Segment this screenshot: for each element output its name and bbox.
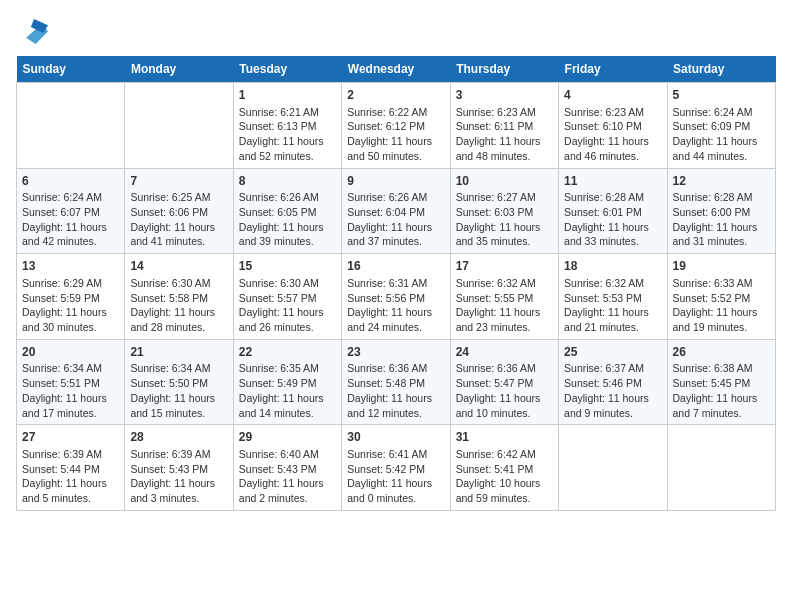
day-number: 28 [130,429,227,446]
sunrise-text: Sunrise: 6:32 AM [456,276,553,291]
sunrise-text: Sunrise: 6:35 AM [239,361,336,376]
main-container: SundayMondayTuesdayWednesdayThursdayFrid… [0,0,792,521]
calendar-cell: 13Sunrise: 6:29 AMSunset: 5:59 PMDayligh… [17,254,125,340]
week-row-1: 1Sunrise: 6:21 AMSunset: 6:13 PMDaylight… [17,83,776,169]
col-header-saturday: Saturday [667,56,775,83]
sunrise-text: Sunrise: 6:30 AM [130,276,227,291]
sunrise-text: Sunrise: 6:38 AM [673,361,770,376]
sunset-text: Sunset: 6:04 PM [347,205,444,220]
day-number: 15 [239,258,336,275]
daylight-text: Daylight: 10 hours and 59 minutes. [456,476,553,505]
sunrise-text: Sunrise: 6:34 AM [22,361,119,376]
day-number: 30 [347,429,444,446]
day-number: 14 [130,258,227,275]
sunset-text: Sunset: 6:13 PM [239,119,336,134]
sunset-text: Sunset: 5:57 PM [239,291,336,306]
daylight-text: Daylight: 11 hours and 41 minutes. [130,220,227,249]
daylight-text: Daylight: 11 hours and 33 minutes. [564,220,661,249]
daylight-text: Daylight: 11 hours and 52 minutes. [239,134,336,163]
sunset-text: Sunset: 5:44 PM [22,462,119,477]
day-number: 24 [456,344,553,361]
calendar-cell: 22Sunrise: 6:35 AMSunset: 5:49 PMDayligh… [233,339,341,425]
sunrise-text: Sunrise: 6:27 AM [456,190,553,205]
sunset-text: Sunset: 6:09 PM [673,119,770,134]
sunset-text: Sunset: 5:52 PM [673,291,770,306]
col-header-tuesday: Tuesday [233,56,341,83]
sunrise-text: Sunrise: 6:39 AM [22,447,119,462]
sunrise-text: Sunrise: 6:32 AM [564,276,661,291]
daylight-text: Daylight: 11 hours and 12 minutes. [347,391,444,420]
sunrise-text: Sunrise: 6:26 AM [347,190,444,205]
sunrise-text: Sunrise: 6:25 AM [130,190,227,205]
daylight-text: Daylight: 11 hours and 0 minutes. [347,476,444,505]
daylight-text: Daylight: 11 hours and 46 minutes. [564,134,661,163]
daylight-text: Daylight: 11 hours and 14 minutes. [239,391,336,420]
sunset-text: Sunset: 5:53 PM [564,291,661,306]
col-header-monday: Monday [125,56,233,83]
sunset-text: Sunset: 5:46 PM [564,376,661,391]
sunrise-text: Sunrise: 6:33 AM [673,276,770,291]
calendar-cell: 27Sunrise: 6:39 AMSunset: 5:44 PMDayligh… [17,425,125,511]
day-number: 4 [564,87,661,104]
col-header-friday: Friday [559,56,667,83]
daylight-text: Daylight: 11 hours and 2 minutes. [239,476,336,505]
daylight-text: Daylight: 11 hours and 39 minutes. [239,220,336,249]
logo [16,16,48,44]
sunset-text: Sunset: 5:45 PM [673,376,770,391]
calendar-cell: 10Sunrise: 6:27 AMSunset: 6:03 PMDayligh… [450,168,558,254]
calendar-cell: 19Sunrise: 6:33 AMSunset: 5:52 PMDayligh… [667,254,775,340]
sunset-text: Sunset: 5:48 PM [347,376,444,391]
day-number: 2 [347,87,444,104]
calendar-cell: 31Sunrise: 6:42 AMSunset: 5:41 PMDayligh… [450,425,558,511]
day-number: 13 [22,258,119,275]
sunset-text: Sunset: 6:00 PM [673,205,770,220]
sunset-text: Sunset: 6:05 PM [239,205,336,220]
sunrise-text: Sunrise: 6:24 AM [673,105,770,120]
calendar-cell: 30Sunrise: 6:41 AMSunset: 5:42 PMDayligh… [342,425,450,511]
day-number: 22 [239,344,336,361]
calendar-cell: 6Sunrise: 6:24 AMSunset: 6:07 PMDaylight… [17,168,125,254]
day-number: 27 [22,429,119,446]
day-number: 26 [673,344,770,361]
day-number: 5 [673,87,770,104]
day-number: 11 [564,173,661,190]
day-number: 12 [673,173,770,190]
sunrise-text: Sunrise: 6:31 AM [347,276,444,291]
daylight-text: Daylight: 11 hours and 48 minutes. [456,134,553,163]
sunset-text: Sunset: 5:47 PM [456,376,553,391]
sunset-text: Sunset: 5:59 PM [22,291,119,306]
sunrise-text: Sunrise: 6:28 AM [564,190,661,205]
daylight-text: Daylight: 11 hours and 19 minutes. [673,305,770,334]
daylight-text: Daylight: 11 hours and 44 minutes. [673,134,770,163]
daylight-text: Daylight: 11 hours and 31 minutes. [673,220,770,249]
calendar-cell: 7Sunrise: 6:25 AMSunset: 6:06 PMDaylight… [125,168,233,254]
col-header-sunday: Sunday [17,56,125,83]
day-number: 31 [456,429,553,446]
day-number: 16 [347,258,444,275]
calendar-cell: 11Sunrise: 6:28 AMSunset: 6:01 PMDayligh… [559,168,667,254]
daylight-text: Daylight: 11 hours and 5 minutes. [22,476,119,505]
calendar-cell: 15Sunrise: 6:30 AMSunset: 5:57 PMDayligh… [233,254,341,340]
sunset-text: Sunset: 6:12 PM [347,119,444,134]
daylight-text: Daylight: 11 hours and 3 minutes. [130,476,227,505]
week-row-3: 13Sunrise: 6:29 AMSunset: 5:59 PMDayligh… [17,254,776,340]
calendar-cell: 24Sunrise: 6:36 AMSunset: 5:47 PMDayligh… [450,339,558,425]
calendar-cell: 1Sunrise: 6:21 AMSunset: 6:13 PMDaylight… [233,83,341,169]
sunset-text: Sunset: 6:07 PM [22,205,119,220]
header [16,16,776,44]
calendar-cell: 20Sunrise: 6:34 AMSunset: 5:51 PMDayligh… [17,339,125,425]
sunrise-text: Sunrise: 6:30 AM [239,276,336,291]
logo-icon [20,16,48,44]
day-number: 17 [456,258,553,275]
daylight-text: Daylight: 11 hours and 24 minutes. [347,305,444,334]
day-number: 9 [347,173,444,190]
sunrise-text: Sunrise: 6:41 AM [347,447,444,462]
day-number: 3 [456,87,553,104]
calendar-cell [125,83,233,169]
sunset-text: Sunset: 5:41 PM [456,462,553,477]
day-number: 25 [564,344,661,361]
sunset-text: Sunset: 5:42 PM [347,462,444,477]
calendar-cell: 9Sunrise: 6:26 AMSunset: 6:04 PMDaylight… [342,168,450,254]
daylight-text: Daylight: 11 hours and 9 minutes. [564,391,661,420]
calendar-cell: 25Sunrise: 6:37 AMSunset: 5:46 PMDayligh… [559,339,667,425]
